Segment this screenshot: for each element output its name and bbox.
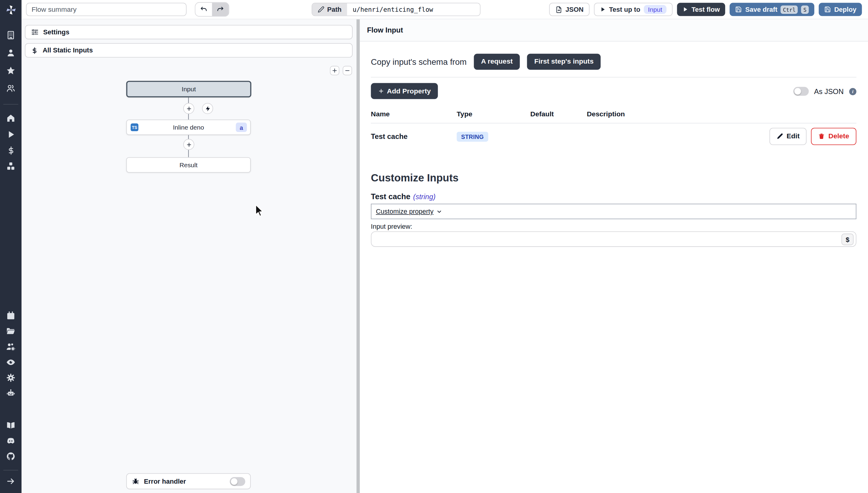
minus-icon [344, 67, 350, 73]
panel-splitter[interactable] [356, 19, 360, 493]
input-preview-field[interactable]: $ [371, 232, 856, 247]
path-chip[interactable]: Path [312, 3, 347, 15]
flow-editor-app: Path u/henri/enticing_flow JSON Test up … [0, 0, 868, 493]
path-label: Path [327, 5, 342, 13]
flow-node-result[interactable]: Result [126, 157, 251, 173]
sidebar-item-settings[interactable] [6, 373, 15, 382]
zoom-in-button[interactable] [330, 66, 339, 75]
kbd-s: S [801, 5, 809, 14]
sidebar-item-discord[interactable] [6, 436, 15, 445]
undo-button[interactable] [195, 3, 212, 16]
trigger-button[interactable] [202, 103, 213, 114]
customize-inputs-heading: Customize Inputs [371, 172, 459, 184]
plus-icon [331, 67, 338, 73]
sidebar-divider [3, 104, 18, 105]
customize-property-box: Customize property [371, 204, 856, 219]
as-json-row: As JSON i [793, 83, 856, 100]
play-icon [600, 7, 606, 12]
info-icon[interactable]: i [849, 88, 856, 95]
property-name: Test cache [371, 132, 457, 141]
flow-input-title: Flow Input [367, 26, 403, 34]
flow-node-input-label: Input [182, 86, 196, 92]
test-up-to-target-badge[interactable]: Input [644, 5, 666, 14]
folder-open-icon [6, 327, 15, 336]
sidebar-item-variables[interactable] [6, 146, 15, 155]
home-icon [6, 114, 15, 123]
copy-from-first-step-button[interactable]: First step's inputs [527, 53, 601, 69]
sidebar-item-workers[interactable] [6, 342, 15, 351]
sidebar-expand-button[interactable] [6, 476, 15, 486]
test-up-to-label: Test up to [609, 5, 641, 13]
sidebar-item-github[interactable] [6, 452, 15, 461]
delete-property-button[interactable]: Delete [811, 127, 856, 145]
path-value[interactable]: u/henri/enticing_flow [347, 3, 480, 15]
deploy-label: Deploy [834, 5, 856, 13]
sidebar-item-docs[interactable] [6, 421, 15, 430]
sidebar-item-runs[interactable] [6, 130, 15, 139]
add-property-label: Add Property [387, 87, 431, 95]
error-handler-toggle[interactable] [230, 477, 245, 486]
windmill-logo[interactable] [0, 0, 22, 19]
topbar-actions: JSON Test up to Input Test flow Save dra… [549, 3, 862, 16]
as-json-toggle[interactable] [793, 87, 808, 95]
chevron-down-icon[interactable] [436, 209, 442, 215]
row-actions: Edit Delete [769, 127, 856, 145]
step-id-badge: a [236, 123, 247, 132]
copy-from-request-button[interactable]: A request [474, 53, 520, 69]
error-handler-bar[interactable]: Error handler [126, 473, 251, 489]
building-icon [6, 30, 15, 40]
flow-input-header: Flow Input [360, 19, 868, 41]
sidebar-item-workspace[interactable] [6, 30, 15, 40]
insert-step-button-bottom[interactable] [183, 139, 194, 150]
input-preview-label: Input preview: [371, 222, 412, 230]
insert-variable-button[interactable]: $ [842, 234, 853, 245]
dollar-icon [6, 146, 15, 155]
lightning-icon [204, 105, 211, 111]
test-flow-label: Test flow [691, 5, 720, 13]
sidebar-item-user[interactable] [6, 48, 15, 58]
test-flow-button[interactable]: Test flow [677, 3, 725, 16]
deploy-button[interactable]: Deploy [819, 3, 862, 16]
file-export-icon [555, 6, 562, 13]
error-handler-label: Error handler [144, 477, 186, 485]
flow-summary-input[interactable] [26, 3, 187, 16]
book-open-icon [6, 421, 15, 430]
save-draft-label: Save draft [745, 5, 778, 13]
path-field[interactable]: Path u/henri/enticing_flow [312, 3, 480, 16]
user-icon [6, 48, 15, 58]
flow-node-step[interactable]: TS Inline deno a [126, 120, 251, 135]
arrow-right-icon [6, 476, 15, 486]
add-property-button[interactable]: Add Property [371, 83, 438, 99]
redo-icon [216, 5, 224, 13]
trash-icon [819, 133, 825, 140]
sidebar-item-resources[interactable] [6, 162, 15, 171]
history-buttons [195, 2, 230, 17]
sidebar-item-groups[interactable] [6, 84, 15, 93]
sidebar-item-ai[interactable] [6, 388, 15, 398]
zoom-out-button[interactable] [343, 66, 352, 75]
property-type-badge: STRING [457, 131, 488, 141]
users-icon [6, 84, 15, 93]
sliders-icon [31, 28, 39, 36]
kbd-ctrl: Ctrl [781, 5, 798, 14]
sidebar-item-folders[interactable] [6, 327, 15, 336]
all-static-inputs-bar[interactable]: All Static Inputs [25, 43, 353, 58]
insert-step-button-top[interactable] [183, 103, 194, 114]
edit-property-button[interactable]: Edit [769, 127, 807, 145]
redo-button[interactable] [212, 3, 229, 16]
sidebar-item-audit[interactable] [6, 358, 15, 367]
json-button[interactable]: JSON [549, 3, 589, 16]
flow-node-input[interactable]: Input [126, 81, 251, 97]
toggle-knob [794, 88, 801, 94]
save-draft-button[interactable]: Save draft Ctrl S [730, 3, 814, 16]
test-up-to-button[interactable]: Test up to Input [594, 3, 673, 16]
customize-property-toggle[interactable]: Customize property [376, 208, 433, 215]
sidebar-item-favorites[interactable] [6, 66, 15, 75]
sidebar-item-home[interactable] [6, 114, 15, 123]
flow-settings-bar[interactable]: Settings [25, 25, 353, 40]
dollar-icon [31, 47, 38, 54]
save-icon [735, 6, 742, 13]
sidebar-item-schedules[interactable] [6, 311, 15, 320]
topbar: Path u/henri/enticing_flow JSON Test up … [22, 0, 868, 19]
field-name: Test cache [371, 192, 411, 201]
